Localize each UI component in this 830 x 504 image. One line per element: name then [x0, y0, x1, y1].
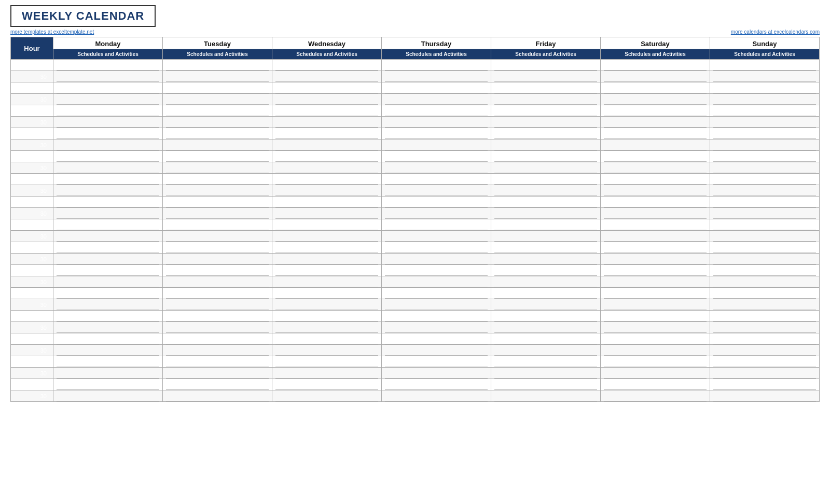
schedule-cell[interactable]	[382, 368, 491, 379]
schedule-cell[interactable]	[53, 299, 163, 311]
schedule-cell[interactable]	[272, 333, 382, 345]
schedule-cell[interactable]	[163, 345, 272, 356]
schedule-cell[interactable]	[53, 82, 163, 94]
schedule-cell[interactable]	[601, 162, 710, 174]
schedule-cell[interactable]	[53, 219, 163, 231]
schedule-cell[interactable]	[272, 117, 382, 128]
schedule-cell[interactable]	[601, 265, 710, 276]
schedule-cell[interactable]	[710, 288, 820, 299]
schedule-cell[interactable]	[491, 379, 601, 390]
schedule-cell[interactable]	[382, 128, 491, 139]
schedule-cell[interactable]	[710, 197, 820, 208]
schedule-cell[interactable]	[53, 162, 163, 174]
schedule-cell[interactable]	[382, 390, 491, 402]
schedule-cell[interactable]	[601, 311, 710, 322]
schedule-cell[interactable]	[382, 151, 491, 162]
schedule-cell[interactable]	[272, 242, 382, 254]
schedule-cell[interactable]	[272, 71, 382, 82]
schedule-cell[interactable]	[601, 231, 710, 242]
schedule-cell[interactable]	[163, 390, 272, 402]
schedule-cell[interactable]	[491, 197, 601, 208]
schedule-cell[interactable]	[491, 60, 601, 71]
schedule-cell[interactable]	[163, 265, 272, 276]
schedule-cell[interactable]	[382, 117, 491, 128]
schedule-cell[interactable]	[601, 242, 710, 254]
link-left[interactable]: more templates at exceltemplate.net	[10, 29, 94, 35]
schedule-cell[interactable]	[491, 139, 601, 151]
schedule-cell[interactable]	[53, 151, 163, 162]
schedule-cell[interactable]	[710, 71, 820, 82]
schedule-cell[interactable]	[601, 345, 710, 356]
schedule-cell[interactable]	[163, 333, 272, 345]
schedule-cell[interactable]	[710, 162, 820, 174]
schedule-cell[interactable]	[601, 94, 710, 105]
schedule-cell[interactable]	[163, 197, 272, 208]
schedule-cell[interactable]	[382, 231, 491, 242]
schedule-cell[interactable]	[53, 242, 163, 254]
schedule-cell[interactable]	[491, 105, 601, 117]
schedule-cell[interactable]	[491, 356, 601, 368]
schedule-cell[interactable]	[272, 60, 382, 71]
schedule-cell[interactable]	[382, 185, 491, 197]
schedule-cell[interactable]	[163, 379, 272, 390]
schedule-cell[interactable]	[272, 94, 382, 105]
schedule-cell[interactable]	[272, 288, 382, 299]
schedule-cell[interactable]	[710, 254, 820, 265]
schedule-cell[interactable]	[382, 174, 491, 185]
schedule-cell[interactable]	[53, 368, 163, 379]
schedule-cell[interactable]	[272, 219, 382, 231]
schedule-cell[interactable]	[601, 333, 710, 345]
schedule-cell[interactable]	[382, 82, 491, 94]
schedule-cell[interactable]	[491, 128, 601, 139]
schedule-cell[interactable]	[491, 71, 601, 82]
schedule-cell[interactable]	[601, 208, 710, 219]
schedule-cell[interactable]	[272, 197, 382, 208]
schedule-cell[interactable]	[601, 105, 710, 117]
schedule-cell[interactable]	[53, 128, 163, 139]
schedule-cell[interactable]	[272, 254, 382, 265]
schedule-cell[interactable]	[491, 231, 601, 242]
schedule-cell[interactable]	[601, 390, 710, 402]
schedule-cell[interactable]	[710, 356, 820, 368]
schedule-cell[interactable]	[601, 368, 710, 379]
schedule-cell[interactable]	[491, 345, 601, 356]
schedule-cell[interactable]	[163, 71, 272, 82]
schedule-cell[interactable]	[382, 208, 491, 219]
schedule-cell[interactable]	[163, 151, 272, 162]
schedule-cell[interactable]	[710, 128, 820, 139]
schedule-cell[interactable]	[382, 197, 491, 208]
schedule-cell[interactable]	[163, 162, 272, 174]
schedule-cell[interactable]	[53, 345, 163, 356]
schedule-cell[interactable]	[53, 265, 163, 276]
schedule-cell[interactable]	[491, 390, 601, 402]
schedule-cell[interactable]	[272, 311, 382, 322]
schedule-cell[interactable]	[163, 299, 272, 311]
schedule-cell[interactable]	[272, 276, 382, 288]
schedule-cell[interactable]	[710, 333, 820, 345]
schedule-cell[interactable]	[710, 174, 820, 185]
schedule-cell[interactable]	[53, 174, 163, 185]
schedule-cell[interactable]	[710, 60, 820, 71]
schedule-cell[interactable]	[163, 254, 272, 265]
schedule-cell[interactable]	[601, 128, 710, 139]
schedule-cell[interactable]	[272, 265, 382, 276]
schedule-cell[interactable]	[272, 174, 382, 185]
schedule-cell[interactable]	[272, 231, 382, 242]
schedule-cell[interactable]	[710, 345, 820, 356]
schedule-cell[interactable]	[601, 82, 710, 94]
schedule-cell[interactable]	[382, 333, 491, 345]
schedule-cell[interactable]	[491, 174, 601, 185]
schedule-cell[interactable]	[272, 345, 382, 356]
schedule-cell[interactable]	[491, 185, 601, 197]
schedule-cell[interactable]	[491, 208, 601, 219]
schedule-cell[interactable]	[382, 322, 491, 333]
schedule-cell[interactable]	[53, 322, 163, 333]
schedule-cell[interactable]	[272, 379, 382, 390]
schedule-cell[interactable]	[53, 117, 163, 128]
schedule-cell[interactable]	[163, 174, 272, 185]
schedule-cell[interactable]	[163, 322, 272, 333]
schedule-cell[interactable]	[272, 299, 382, 311]
schedule-cell[interactable]	[710, 151, 820, 162]
schedule-cell[interactable]	[53, 276, 163, 288]
schedule-cell[interactable]	[163, 242, 272, 254]
